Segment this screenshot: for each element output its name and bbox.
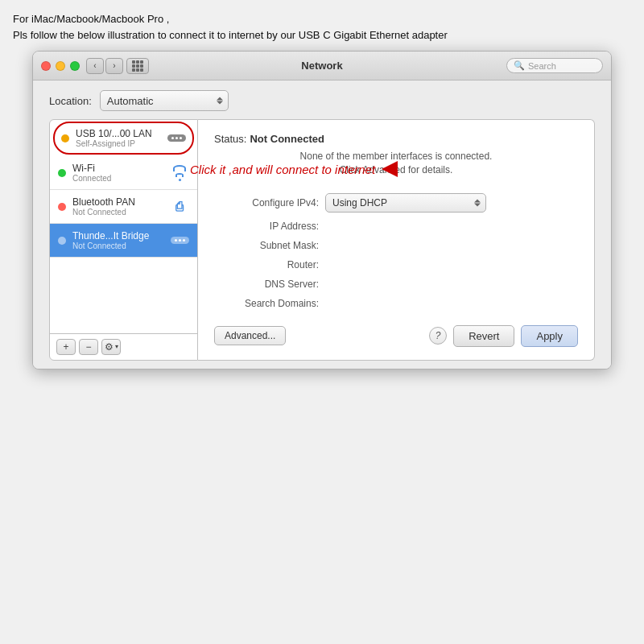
usb-lan-sub: Self-Assigned IP — [76, 139, 160, 148]
domains-label: Search Domains: — [214, 298, 319, 309]
advanced-button[interactable]: Advanced... — [214, 326, 286, 345]
tb-sub: Not Connected — [72, 242, 163, 250]
settings-button[interactable]: ⚙ ▾ — [101, 339, 121, 355]
sidebar-bottom-bar: + − ⚙ ▾ — [50, 333, 197, 360]
remove-network-button[interactable]: − — [79, 339, 98, 355]
tb-status-dot — [58, 237, 66, 245]
dns-row: DNS Server: — [214, 279, 578, 290]
tb-text: Thunde...It Bridge Not Connected — [72, 230, 163, 250]
gear-arrow-icon: ▾ — [115, 343, 118, 350]
grid-button[interactable] — [126, 58, 149, 74]
wifi-sub: Connected — [72, 174, 163, 183]
search-placeholder: Search — [528, 61, 556, 71]
bt-symbol-icon: ⎙ — [175, 200, 184, 214]
search-box[interactable]: 🔍 Search — [506, 58, 603, 73]
minimize-button[interactable] — [56, 61, 65, 71]
gear-icon: ⚙ — [105, 341, 114, 353]
maximize-button[interactable] — [70, 61, 80, 71]
help-button[interactable]: ? — [429, 327, 447, 345]
wifi-signal-icon — [173, 165, 186, 181]
configure-value: Using DHCP — [332, 197, 387, 208]
status-line: Status: Not Connected — [214, 133, 578, 145]
status-value: Not Connected — [250, 133, 324, 145]
router-row: Router: — [214, 259, 578, 270]
apply-button[interactable]: Apply — [521, 325, 578, 347]
location-bar: Location: Automatic — [33, 80, 611, 119]
domains-row: Search Domains: — [214, 298, 578, 309]
configure-ipv4-row: Configure IPv4: Using DHCP — [214, 193, 578, 213]
forward-button[interactable]: › — [105, 58, 123, 74]
window-title: Network — [301, 60, 342, 72]
sidebar-spacer — [50, 258, 197, 333]
ip-address-row: IP Address: — [214, 221, 578, 232]
wifi-status-dot — [58, 169, 66, 177]
instruction-block: For iMac/Macbook/Macbook Pro , Pls follo… — [0, 0, 644, 51]
sidebar-item-bluetooth[interactable]: Bluetooth PAN Not Connected ⎙ — [50, 190, 197, 224]
bt-text: Bluetooth PAN Not Connected — [72, 196, 163, 217]
wifi-text: Wi-Fi Connected — [72, 163, 163, 183]
location-label: Location: — [49, 95, 92, 107]
status-description: None of the member interfaces is connect… — [214, 150, 578, 177]
action-buttons: Revert Apply — [453, 325, 578, 347]
instruction-line2: Pls follow the below illustration to con… — [13, 27, 631, 43]
search-icon: 🔍 — [514, 60, 525, 71]
nav-buttons: ‹ › — [86, 58, 123, 74]
bt-name: Bluetooth PAN — [72, 196, 163, 208]
bluetooth-icon: ⎙ — [170, 197, 189, 217]
dns-label: DNS Server: — [214, 279, 319, 290]
subnet-mask-row: Subnet Mask: — [214, 240, 578, 251]
tb-name: Thunde...It Bridge — [72, 230, 163, 242]
location-value: Automatic — [107, 95, 154, 107]
network-window: ‹ › Network 🔍 Search Location: Automatic — [32, 51, 612, 369]
configure-label: Configure IPv4: — [214, 197, 319, 208]
subnet-label: Subnet Mask: — [214, 240, 319, 251]
sidebar-item-thunderbolt[interactable]: Thunde...It Bridge Not Connected — [50, 224, 197, 258]
traffic-lights — [41, 61, 80, 71]
triple-dots-icon — [167, 134, 186, 142]
usb-lan-status-dot — [61, 134, 69, 142]
usb-lan-text: USB 10/...00 LAN Self-Assigned IP — [76, 128, 160, 148]
revert-button[interactable]: Revert — [453, 325, 514, 347]
select-arrow-icon — [217, 97, 223, 105]
usb-lan-name: USB 10/...00 LAN — [76, 128, 160, 139]
wifi-icon — [170, 163, 189, 183]
tb-triple-dots-icon — [171, 237, 189, 244]
titlebar: ‹ › Network 🔍 Search — [33, 52, 611, 80]
usb-lan-icon — [167, 129, 186, 148]
main-panel: USB 10/...00 LAN Self-Assigned IP — [33, 119, 611, 369]
ip-label: IP Address: — [214, 221, 319, 232]
wifi-name: Wi-Fi — [72, 163, 163, 174]
back-button[interactable]: ‹ — [86, 58, 104, 74]
grid-icon — [132, 60, 143, 72]
window-body: Location: Automatic USB 10/...00 LAN Sel… — [33, 80, 611, 369]
close-button[interactable] — [41, 61, 51, 71]
tb-icon — [170, 231, 189, 250]
router-label: Router: — [214, 259, 319, 270]
bt-sub: Not Connected — [72, 208, 163, 217]
ipv4-select-arrow-icon — [474, 199, 481, 206]
configure-ipv4-select[interactable]: Using DHCP — [325, 193, 486, 213]
location-select[interactable]: Automatic — [100, 90, 229, 111]
sidebar-item-wifi[interactable]: Wi-Fi Connected — [50, 156, 197, 190]
status-label: Status: — [214, 133, 246, 145]
instruction-line1: For iMac/Macbook/Macbook Pro , — [13, 11, 631, 27]
sidebar: USB 10/...00 LAN Self-Assigned IP — [49, 119, 198, 361]
sidebar-item-usb-lan[interactable]: USB 10/...00 LAN Self-Assigned IP — [53, 122, 194, 155]
bottom-actions: Advanced... ? Revert Apply — [214, 317, 578, 347]
bt-status-dot — [58, 203, 66, 211]
add-network-button[interactable]: + — [56, 339, 76, 355]
content-area: Status: Not Connected None of the member… — [198, 119, 595, 361]
